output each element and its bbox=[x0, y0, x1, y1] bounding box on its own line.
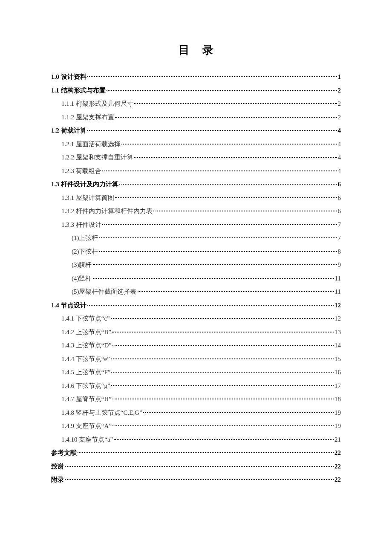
toc-entry-page: 7 bbox=[338, 218, 341, 232]
toc-entry-page: 2 bbox=[338, 97, 341, 111]
toc-leader-dots bbox=[111, 372, 334, 373]
toc-entry: (4)竖杆11 bbox=[51, 272, 341, 286]
toc-entry-page: 13 bbox=[334, 326, 341, 339]
toc-entry-page: 12 bbox=[334, 312, 341, 326]
toc-entry: 1.3.3 杆件设计7 bbox=[51, 218, 341, 232]
toc-leader-dots bbox=[111, 318, 334, 319]
toc-entry-page: 4 bbox=[338, 165, 341, 178]
toc-entry-label: 1.4.2 上弦节点“B” bbox=[61, 326, 111, 339]
toc-leader-dots bbox=[93, 278, 334, 279]
toc-entry: 1.2.3 荷载组合4 bbox=[51, 165, 341, 178]
toc-entry-page: 16 bbox=[334, 366, 341, 379]
toc-leader-dots bbox=[102, 171, 337, 171]
toc-entry-label: 参考文献 bbox=[51, 446, 77, 460]
toc-entry: (2)下弦杆8 bbox=[51, 245, 341, 259]
toc-entry-label: 1.4.1 下弦节点“c” bbox=[61, 312, 110, 326]
toc-entry-label: 附录 bbox=[51, 473, 64, 487]
toc-entry: 1.2.1 屋面活荷载选择4 bbox=[51, 138, 341, 151]
toc-entry-label: 1.3 杆件设计及内力计算 bbox=[51, 178, 118, 191]
toc-leader-dots bbox=[134, 157, 337, 158]
table-of-contents: 1.0 设计资料11.1 结构形式与布置21.1.1 桁架形式及几何尺寸21.1… bbox=[51, 70, 341, 487]
toc-leader-dots bbox=[99, 251, 337, 252]
toc-entry-page: 12 bbox=[334, 299, 341, 312]
toc-entry-label: (2)下弦杆 bbox=[72, 245, 98, 259]
toc-entry-label: (4)竖杆 bbox=[72, 272, 92, 286]
toc-leader-dots bbox=[93, 264, 337, 265]
toc-entry: 1.4.1 下弦节点“c”12 bbox=[51, 312, 341, 326]
toc-leader-dots bbox=[153, 211, 337, 211]
toc-entry: 1.1.1 桁架形式及几何尺寸2 bbox=[51, 97, 341, 111]
toc-entry-page: 22 bbox=[334, 473, 341, 487]
toc-entry-page: 19 bbox=[334, 406, 341, 420]
toc-entry: (1)上弦杆7 bbox=[51, 231, 341, 245]
toc-title: 目录 bbox=[51, 43, 341, 58]
toc-entry-page: 18 bbox=[334, 393, 341, 406]
toc-entry-label: 1.2.3 荷载组合 bbox=[61, 165, 101, 178]
toc-entry-label: 1.1 结构形式与布置 bbox=[51, 84, 106, 98]
toc-entry-label: 1.3.3 杆件设计 bbox=[61, 218, 101, 232]
toc-leader-dots bbox=[111, 385, 334, 386]
toc-entry-label: 1.2 荷载计算 bbox=[51, 124, 86, 138]
toc-entry-label: 1.3.2 杆件内力计算和杆件内力表 bbox=[61, 205, 153, 218]
toc-entry-page: 8 bbox=[338, 245, 341, 259]
toc-leader-dots bbox=[99, 237, 337, 238]
toc-entry: 1.4.3 上弦节点“D”14 bbox=[51, 339, 341, 353]
toc-entry-page: 22 bbox=[334, 446, 341, 460]
toc-entry: 1.2 荷载计算4 bbox=[51, 124, 341, 138]
toc-entry: (3)腹杆9 bbox=[51, 258, 341, 272]
toc-entry-label: 1.4.8 竖杆与上弦节点“C,E,G” bbox=[61, 406, 142, 420]
toc-entry-label: 1.3.1 屋架计算简图 bbox=[61, 191, 114, 205]
toc-entry-label: (5)屋架杆件截面选择表 bbox=[72, 285, 137, 299]
toc-entry: 参考文献22 bbox=[51, 446, 341, 460]
toc-entry-page: 2 bbox=[338, 84, 341, 98]
toc-leader-dots bbox=[107, 90, 337, 91]
toc-entry-label: 1.4.10 支座节点“a” bbox=[61, 433, 113, 447]
toc-leader-dots bbox=[87, 76, 337, 77]
toc-entry-page: 21 bbox=[334, 433, 341, 447]
toc-entry-label: 1.1.1 桁架形式及几何尺寸 bbox=[61, 97, 133, 111]
toc-entry: 1.3.2 杆件内力计算和杆件内力表6 bbox=[51, 205, 341, 218]
toc-entry: 1.4.4 下弦节点“e”15 bbox=[51, 353, 341, 366]
toc-leader-dots bbox=[111, 358, 334, 359]
toc-leader-dots bbox=[87, 305, 334, 306]
toc-leader-dots bbox=[121, 144, 337, 145]
toc-leader-dots bbox=[65, 479, 334, 480]
toc-entry: 1.2.2 屋架和支撑自重计算4 bbox=[51, 151, 341, 165]
toc-entry-page: 6 bbox=[338, 205, 341, 218]
toc-entry: 1.4.7 屋脊节点“H”18 bbox=[51, 393, 341, 406]
toc-entry-page: 15 bbox=[334, 353, 341, 366]
toc-leader-dots bbox=[87, 130, 337, 131]
toc-entry-page: 19 bbox=[334, 419, 341, 433]
toc-leader-dots bbox=[65, 466, 334, 467]
toc-leader-dots bbox=[134, 103, 337, 104]
toc-entry: 致谢22 bbox=[51, 460, 341, 474]
toc-entry-page: 22 bbox=[334, 460, 341, 474]
toc-leader-dots bbox=[114, 439, 334, 440]
toc-entry-page: 6 bbox=[338, 178, 341, 191]
toc-entry: 1.4.8 竖杆与上弦节点“C,E,G”19 bbox=[51, 406, 341, 420]
toc-leader-dots bbox=[143, 412, 334, 413]
toc-entry-page: 9 bbox=[338, 258, 341, 272]
toc-leader-dots bbox=[115, 117, 337, 118]
toc-entry-page: 4 bbox=[338, 151, 341, 165]
toc-entry: 1.4.2 上弦节点“B”13 bbox=[51, 326, 341, 339]
toc-entry-label: 1.4.9 支座节点“A” bbox=[61, 419, 112, 433]
toc-entry-page: 1 bbox=[338, 70, 341, 84]
toc-entry-label: 1.1.2 屋架支撑布置 bbox=[61, 111, 114, 124]
toc-entry-label: 1.4.6 下弦节点“g” bbox=[61, 379, 110, 393]
toc-entry-label: 1.2.1 屋面活荷载选择 bbox=[61, 138, 121, 151]
toc-entry: (5)屋架杆件截面选择表11 bbox=[51, 285, 341, 299]
toc-entry: 1.4.9 支座节点“A”19 bbox=[51, 419, 341, 433]
toc-leader-dots bbox=[112, 345, 334, 346]
toc-leader-dots bbox=[138, 291, 334, 292]
toc-entry-label: 致谢 bbox=[51, 460, 64, 474]
toc-leader-dots bbox=[112, 425, 334, 426]
toc-entry-page: 2 bbox=[338, 111, 341, 124]
toc-entry: 附录22 bbox=[51, 473, 341, 487]
toc-entry-label: (1)上弦杆 bbox=[72, 231, 98, 245]
toc-entry-page: 4 bbox=[338, 124, 341, 138]
toc-entry-label: 1.4.4 下弦节点“e” bbox=[61, 353, 110, 366]
toc-entry-label: 1.4.5 上弦节点“F” bbox=[61, 366, 110, 379]
toc-entry-page: 11 bbox=[335, 285, 341, 299]
toc-leader-dots bbox=[112, 332, 334, 332]
